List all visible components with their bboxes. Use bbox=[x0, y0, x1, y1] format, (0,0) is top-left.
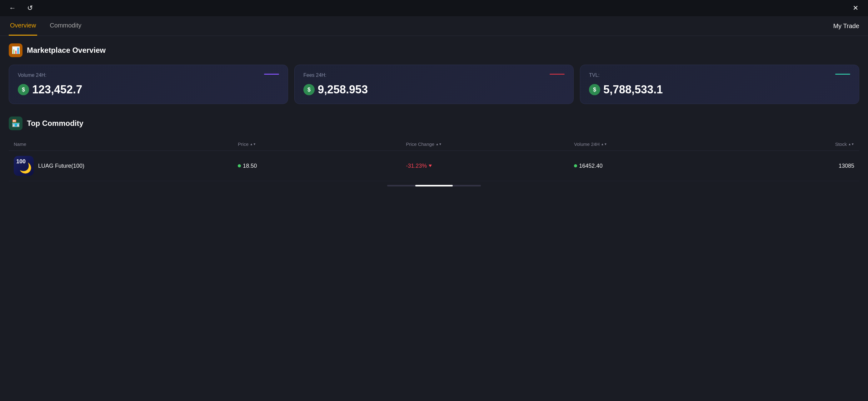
commodity-icon: 🏪 bbox=[9, 116, 23, 130]
volume-label: Volume 24H: bbox=[18, 72, 279, 78]
volume-value-row: $ 123,452.7 bbox=[18, 83, 279, 96]
volume-card: Volume 24H: $ 123,452.7 bbox=[9, 65, 288, 104]
volume24h-value: 16452.40 bbox=[579, 163, 602, 169]
main-content: 📊 Marketplace Overview Volume 24H: $ 123… bbox=[0, 36, 868, 198]
tvl-card: TVL: $ 5,788,533.1 bbox=[580, 65, 859, 104]
tvl-label: TVL: bbox=[589, 72, 850, 78]
price-change-cell: -31.23% bbox=[406, 163, 574, 169]
fees-card: Fees 24H: $ 9,258.953 bbox=[294, 65, 574, 104]
tvl-value-row: $ 5,788,533.1 bbox=[589, 83, 850, 96]
tvl-dollar-icon: $ bbox=[589, 84, 600, 95]
volume-sort-icon: ▲▼ bbox=[601, 142, 607, 146]
col-price[interactable]: Price ▲▼ bbox=[238, 141, 406, 147]
price-cell: 18.50 bbox=[238, 163, 406, 169]
commodity-logo: 100 🌙 bbox=[14, 156, 34, 176]
tab-commodity[interactable]: Commodity bbox=[49, 16, 83, 36]
fees-value-row: $ 9,258.953 bbox=[303, 83, 565, 96]
commodity-table: Name Price ▲▼ Price Change ▲▼ Volume 24H… bbox=[9, 138, 859, 181]
price-change-down-arrow bbox=[429, 165, 432, 167]
price-change-value: -31.23% bbox=[406, 163, 427, 169]
volume-green-dot bbox=[574, 164, 577, 167]
price-change-sort-icon: ▲▼ bbox=[436, 142, 442, 146]
stock-cell: 13085 bbox=[742, 163, 854, 169]
top-commodity-header: 🏪 Top Commodity bbox=[9, 116, 859, 130]
marketplace-icon: 📊 bbox=[9, 43, 23, 57]
volume-value: 123,452.7 bbox=[32, 83, 82, 96]
marketplace-overview-header: 📊 Marketplace Overview bbox=[9, 43, 859, 57]
table-row[interactable]: 100 🌙 LUAG Future(100) 18.50 -31.23% 164… bbox=[9, 151, 859, 181]
volume-dollar-icon: $ bbox=[18, 84, 29, 95]
stock-sort-icon: ▲▼ bbox=[848, 142, 854, 146]
top-bar-left: ← ↺ bbox=[7, 3, 35, 13]
marketplace-title: Marketplace Overview bbox=[27, 46, 105, 55]
commodity-name: LUAG Future(100) bbox=[38, 163, 84, 169]
refresh-button[interactable]: ↺ bbox=[25, 3, 35, 13]
fees-label: Fees 24H: bbox=[303, 72, 565, 78]
top-commodity-title: Top Commodity bbox=[27, 119, 84, 128]
tvl-value: 5,788,533.1 bbox=[603, 83, 663, 96]
back-button[interactable]: ← bbox=[7, 3, 18, 13]
tvl-line bbox=[835, 74, 850, 75]
tab-overview[interactable]: Overview bbox=[9, 16, 37, 36]
price-green-dot bbox=[238, 164, 241, 167]
my-trade-link[interactable]: My Trade bbox=[833, 23, 859, 30]
nav-bar: Overview Commodity My Trade bbox=[0, 16, 868, 36]
stats-grid: Volume 24H: $ 123,452.7 Fees 24H: $ 9,25… bbox=[9, 65, 859, 104]
volume24h-cell: 16452.40 bbox=[574, 163, 742, 169]
price-sort-icon: ▲▼ bbox=[250, 142, 256, 146]
scrollbar-container bbox=[9, 181, 859, 190]
commodity-logo-moon: 🌙 bbox=[19, 162, 32, 174]
fees-value: 9,258.953 bbox=[318, 83, 368, 96]
col-volume[interactable]: Volume 24H ▲▼ bbox=[574, 141, 742, 147]
nav-tabs: Overview Commodity bbox=[9, 16, 83, 36]
scrollbar-track[interactable] bbox=[387, 185, 481, 187]
volume-line bbox=[264, 74, 279, 75]
price-value: 18.50 bbox=[243, 163, 257, 169]
close-button[interactable]: ✕ bbox=[850, 3, 861, 13]
fees-line bbox=[550, 74, 565, 75]
fees-dollar-icon: $ bbox=[303, 84, 315, 95]
table-header: Name Price ▲▼ Price Change ▲▼ Volume 24H… bbox=[9, 138, 859, 151]
top-bar: ← ↺ ✕ bbox=[0, 0, 868, 16]
stock-value: 13085 bbox=[839, 163, 854, 169]
commodity-cell: 100 🌙 LUAG Future(100) bbox=[14, 156, 238, 176]
scrollbar-thumb[interactable] bbox=[415, 185, 453, 187]
col-price-change[interactable]: Price Change ▲▼ bbox=[406, 141, 574, 147]
col-name: Name bbox=[14, 141, 238, 147]
col-stock[interactable]: Stock ▲▼ bbox=[742, 141, 854, 147]
